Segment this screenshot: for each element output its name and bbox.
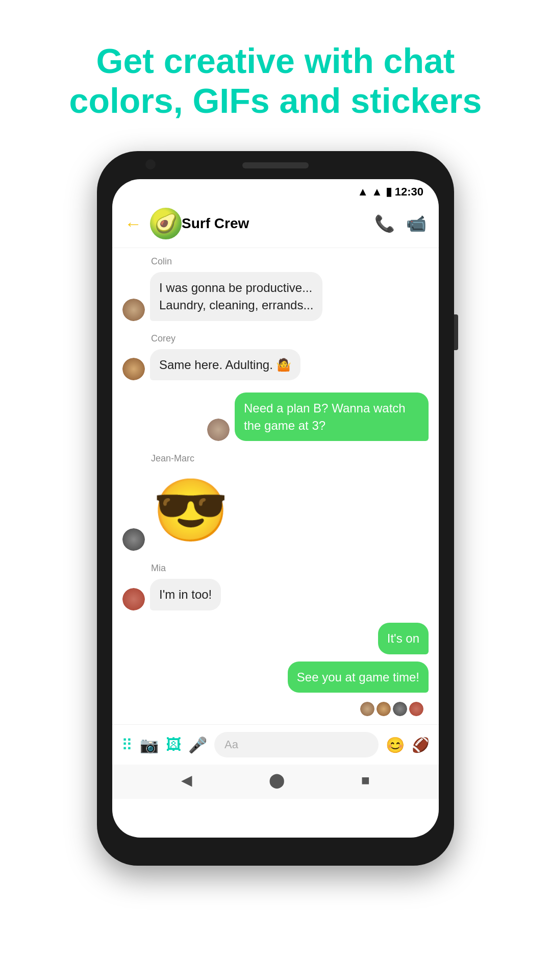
message-row-colin: I was gonna be productive...Laundry, cle… (122, 272, 429, 321)
bubble-me3: See you at game time! (288, 662, 429, 693)
sticker-jean: 😎 (150, 469, 232, 551)
message-row-mia: I'm in too! (122, 579, 429, 610)
nav-back[interactable]: ◀ (181, 772, 192, 789)
phone-screen: ▲ ▲ ▮ 12:30 ← 🥑 Surf Crew 📞 📹 Coli (112, 179, 439, 838)
group-avatar: 🥑 (150, 208, 182, 239)
sender-name-mia: Mia (151, 563, 429, 574)
message-row-corey: Same here. Adulting. 🤷 (122, 349, 429, 381)
avatar-jean (122, 528, 145, 551)
avatar-corey (122, 358, 145, 380)
nav-home[interactable]: ⬤ (269, 772, 285, 789)
messages-area: Colin I was gonna be productive...Laundr… (112, 248, 439, 724)
chat-header: ← 🥑 Surf Crew 📞 📹 (112, 203, 439, 248)
camera-icon[interactable]: 📷 (140, 736, 159, 754)
sticker-button[interactable]: 🏈 (412, 737, 430, 753)
receipt-4 (409, 702, 423, 716)
header-actions: 📞 📹 (374, 214, 427, 233)
bubble-me1: Need a plan B? Wanna watch the game at 3… (235, 393, 429, 441)
gallery-icon[interactable]: 🖼 (166, 736, 181, 753)
message-row-me1: Need a plan B? Wanna watch the game at 3… (122, 393, 429, 441)
back-button[interactable]: ← (124, 214, 142, 234)
message-row-me2: It's on (122, 623, 429, 654)
phone-mockup: ▲ ▲ ▮ 12:30 ← 🥑 Surf Crew 📞 📹 Coli (97, 151, 454, 866)
avatar-colin (122, 299, 145, 321)
phone-speaker (242, 162, 309, 168)
sender-name-jean: Jean-Marc (151, 453, 429, 464)
read-receipts (122, 702, 429, 716)
battery-icon: ▮ (386, 185, 392, 199)
signal-icon: ▲ (371, 185, 383, 199)
nav-recents[interactable]: ■ (361, 772, 370, 789)
wifi-icon: ▲ (357, 185, 368, 199)
nav-bar: ◀ ⬤ ■ (112, 765, 439, 799)
avatar-me (207, 419, 230, 441)
sender-name-colin: Colin (151, 256, 429, 267)
time-display: 12:30 (395, 185, 423, 199)
bubble-colin: I was gonna be productive...Laundry, cle… (150, 272, 322, 321)
mic-icon[interactable]: 🎤 (188, 736, 207, 754)
message-row-me3: See you at game time! (122, 662, 429, 693)
video-button[interactable]: 📹 (406, 214, 427, 233)
status-icons: ▲ ▲ ▮ 12:30 (357, 185, 423, 199)
bubble-mia: I'm in too! (150, 579, 221, 610)
bubble-corey: Same here. Adulting. 🤷 (150, 349, 300, 381)
phone-body: ▲ ▲ ▮ 12:30 ← 🥑 Surf Crew 📞 📹 Coli (97, 151, 454, 866)
sender-name-corey: Corey (151, 333, 429, 344)
receipt-1 (360, 702, 374, 716)
avatar-mia (122, 588, 145, 610)
apps-icon[interactable]: ⠿ (121, 736, 133, 754)
call-button[interactable]: 📞 (374, 214, 395, 233)
phone-side-button (454, 314, 458, 350)
message-row-jean: 😎 (122, 469, 429, 551)
bubble-me2: It's on (378, 623, 429, 654)
group-name: Surf Crew (182, 215, 374, 232)
receipt-3 (393, 702, 407, 716)
phone-camera (145, 159, 156, 169)
emoji-button[interactable]: 😊 (386, 736, 405, 754)
page-title: Get creative with chat colors, GIFs and … (0, 0, 551, 151)
text-input[interactable]: Aa (214, 732, 379, 757)
input-bar: ⠿ 📷 🖼 🎤 Aa 😊 🏈 (112, 724, 439, 765)
input-placeholder: Aa (224, 738, 238, 751)
receipt-2 (377, 702, 391, 716)
status-bar: ▲ ▲ ▮ 12:30 (112, 179, 439, 203)
